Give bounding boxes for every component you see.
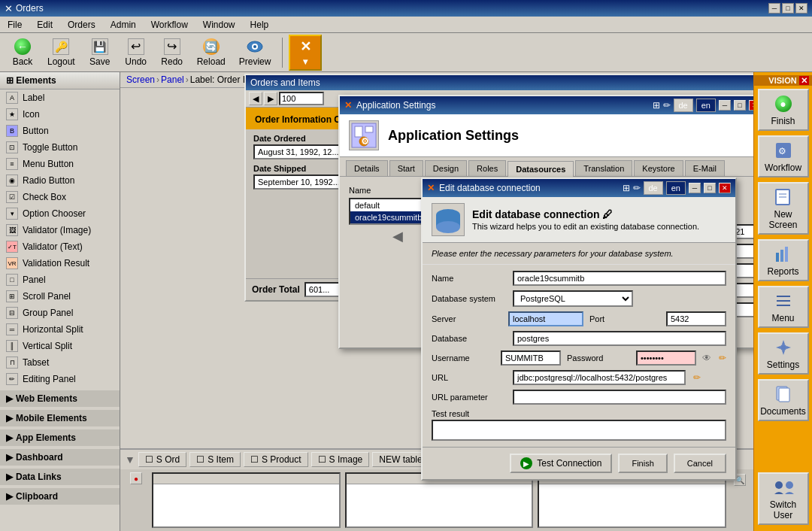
edit-db-lang-en-button[interactable]: en <box>666 181 686 195</box>
menu-file[interactable]: File <box>3 18 26 32</box>
section-app-elements[interactable]: ▶ App Elements <box>0 429 120 446</box>
sidebar-item-radio-button[interactable]: ◉ Radio Button <box>0 172 120 189</box>
edit-db-pencil-icon[interactable]: ✏ <box>719 353 726 363</box>
sidebar-item-validation-result[interactable]: VR Validation Result <box>0 255 120 272</box>
tab-roles[interactable]: Roles <box>468 160 506 176</box>
redo-button[interactable]: ↪ Redo <box>156 35 189 70</box>
sidebar-item-check-box[interactable]: ☑ Check Box <box>0 189 120 205</box>
save-button[interactable]: 💾 Save <box>83 35 117 70</box>
orders-nav-forward[interactable]: ▶ <box>264 92 277 105</box>
bottom-tab-s-ord[interactable]: ☐ S Ord <box>138 452 186 467</box>
menu-right-button[interactable]: Menu <box>758 286 809 328</box>
x-button[interactable]: ✕ ▾ <box>289 35 322 71</box>
edit-db-username-input[interactable] <box>501 350 561 366</box>
filter-icon[interactable]: ▼ <box>125 454 135 466</box>
finish-right-button[interactable]: ● Finish <box>758 89 809 131</box>
orders-nav-back[interactable]: ◀ <box>249 92 262 105</box>
tab-translation[interactable]: Translation <box>575 160 632 176</box>
bottom-tab-s-product[interactable]: ☐ S Product <box>244 452 308 467</box>
app-settings-edit-icon[interactable]: ✏ <box>663 100 671 111</box>
finish-button[interactable]: Finish <box>618 454 667 473</box>
bottom-tab-s-image[interactable]: ☐ S Image <box>311 452 370 467</box>
tab-keystore[interactable]: Keystore <box>634 160 683 176</box>
sidebar-item-toggle-button[interactable]: ⊡ Toggle Button <box>0 139 120 156</box>
edit-db-system-select[interactable]: PostgreSQL <box>513 290 633 307</box>
cancel-button[interactable]: Cancel <box>674 454 726 473</box>
menu-workflow[interactable]: Workflow <box>147 18 192 32</box>
sidebar-item-horizontal-split[interactable]: ═ Horizontal Split <box>0 321 120 338</box>
edit-db-maximize-button[interactable]: □ <box>704 183 716 193</box>
tab-email[interactable]: E-Mail <box>685 160 725 176</box>
sidebar-item-option-chooser[interactable]: ▾ Option Chooser <box>0 205 120 222</box>
back-button[interactable]: ← Back <box>6 35 39 70</box>
tab-start[interactable]: Start <box>389 160 423 176</box>
remove-row-button[interactable]: ● <box>130 472 142 484</box>
lang-de-button[interactable]: de <box>674 99 693 112</box>
maximize-button[interactable]: □ <box>782 3 794 14</box>
menu-window[interactable]: Window <box>198 18 240 32</box>
app-settings-title-controls[interactable]: ⊞ ✏ de en ─ □ ✕ <box>653 99 754 112</box>
edit-db-name-input[interactable] <box>513 271 726 286</box>
edit-db-password-input[interactable] <box>636 350 696 366</box>
sidebar-item-editing-panel[interactable]: ✏ Editing Panel <box>0 371 120 387</box>
edit-db-copy-icon[interactable]: ⊞ <box>623 183 630 193</box>
section-clipboard[interactable]: ▶ Clipboard <box>0 488 120 505</box>
edit-db-edit-icon[interactable]: ✏ <box>633 183 641 193</box>
sidebar-item-icon[interactable]: ★ Icon <box>0 106 120 123</box>
lang-en-button[interactable]: en <box>696 99 716 112</box>
tab-datasources[interactable]: Datasources <box>508 161 574 177</box>
settings-right-button[interactable]: Settings <box>758 332 809 375</box>
tab-design[interactable]: Design <box>425 160 467 176</box>
edit-db-port-input[interactable] <box>666 311 726 326</box>
preview-button[interactable]: Preview <box>234 35 277 70</box>
undo-button[interactable]: ↩ Undo <box>120 35 153 70</box>
edit-db-url-input[interactable] <box>513 370 686 385</box>
close-button[interactable]: ✕ <box>795 3 807 14</box>
title-bar-controls[interactable]: ─ □ ✕ <box>768 3 807 14</box>
edit-db-lang-de-button[interactable]: de <box>644 181 663 195</box>
breadcrumb-panel[interactable]: Panel <box>161 74 184 85</box>
test-connection-button[interactable]: ▶ Test Connection <box>510 454 612 473</box>
reports-right-button[interactable]: Reports <box>758 239 809 281</box>
reload-button[interactable]: 🔄 Reload <box>192 35 231 70</box>
sidebar-item-button[interactable]: B Button <box>0 123 120 139</box>
sidebar-item-validator-text[interactable]: ✓T Validator (Text) <box>0 238 120 255</box>
app-settings-copy-icon[interactable]: ⊞ <box>653 100 660 111</box>
edit-db-database-input[interactable] <box>513 331 726 346</box>
section-data-links[interactable]: ▶ Data Links <box>0 469 120 485</box>
sidebar-item-panel[interactable]: □ Panel <box>0 272 120 288</box>
edit-db-url-pencil-icon[interactable]: ✏ <box>693 372 701 383</box>
edit-db-url-param-input[interactable] <box>513 390 726 405</box>
section-dashboard[interactable]: ▶ Dashboard <box>0 449 120 466</box>
sidebar-item-label[interactable]: A Label <box>0 90 120 106</box>
order-id-input[interactable] <box>279 92 324 105</box>
switch-user-right-button[interactable]: Switch User <box>758 472 809 525</box>
section-web-elements[interactable]: ▶ Web Elements <box>0 390 120 407</box>
new-screen-right-button[interactable]: New Screen <box>758 182 809 235</box>
app-settings-maximize-button[interactable]: □ <box>734 100 746 111</box>
logout-button[interactable]: 🔑 Logout <box>42 35 80 70</box>
menu-orders[interactable]: Orders <box>63 18 100 32</box>
sidebar-item-menu-button[interactable]: ≡ Menu Button <box>0 156 120 172</box>
sidebar-item-group-panel[interactable]: ⊟ Group Panel <box>0 305 120 321</box>
workflow-right-button[interactable]: ⚙ Workflow <box>758 135 809 178</box>
edit-db-close-button[interactable]: ✕ <box>719 183 731 193</box>
breadcrumb-screen[interactable]: Screen <box>126 74 155 85</box>
tab-details[interactable]: Details <box>346 160 388 176</box>
section-mobile-elements[interactable]: ▶ Mobile Elements <box>0 410 120 426</box>
sidebar-item-tabset[interactable]: ⊓ Tabset <box>0 354 120 371</box>
app-settings-close-button[interactable]: ✕ <box>749 100 753 111</box>
edit-db-minimize-button[interactable]: ─ <box>689 183 701 193</box>
sidebar-item-vertical-split[interactable]: ║ Vertical Split <box>0 338 120 354</box>
documents-right-button[interactable]: Documents <box>758 379 809 421</box>
sidebar-item-validator-image[interactable]: 🖼 Validator (Image) <box>0 222 120 238</box>
edit-db-show-password-icon[interactable]: 👁 <box>702 353 711 363</box>
bottom-tab-s-item[interactable]: ☐ S Item <box>189 452 241 467</box>
minimize-button[interactable]: ─ <box>768 3 780 14</box>
menu-edit[interactable]: Edit <box>32 18 57 32</box>
edit-db-server-input[interactable] <box>508 311 583 326</box>
app-settings-minimize-button[interactable]: ─ <box>719 100 731 111</box>
edit-db-title-controls[interactable]: ⊞ ✏ de en ─ □ ✕ <box>623 181 732 195</box>
menu-help[interactable]: Help <box>246 18 274 32</box>
sidebar-item-scroll-panel[interactable]: ⊞ Scroll Panel <box>0 288 120 305</box>
